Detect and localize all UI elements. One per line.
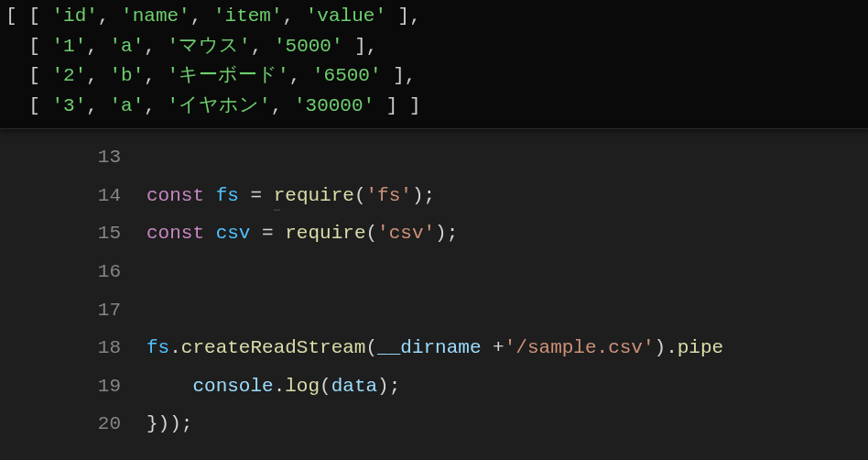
- code-line[interactable]: 15const csv = require('csv');: [0, 214, 868, 253]
- line-number: 13: [0, 138, 146, 177]
- line-number: 19: [0, 367, 146, 406]
- code-line[interactable]: 20}));: [0, 405, 868, 444]
- code-editor[interactable]: 1314const fs = require('fs');15const csv…: [0, 129, 868, 444]
- terminal-line: [ '2', 'b', 'キーボード', '6500' ],: [5, 61, 863, 92]
- code-content[interactable]: const csv = require('csv');: [146, 214, 868, 253]
- terminal-line: [ '3', 'a', 'イヤホン', '30000' ] ]: [5, 92, 863, 122]
- code-line[interactable]: 17: [0, 291, 868, 330]
- terminal-line: [ [ 'id', 'name', 'item', 'value' ],: [5, 2, 863, 32]
- code-line[interactable]: 14const fs = require('fs');: [0, 177, 868, 215]
- code-line[interactable]: 13: [0, 138, 868, 177]
- terminal-line: [ '1', 'a', 'マウス', '5000' ],: [5, 32, 863, 62]
- code-content[interactable]: }));: [146, 405, 868, 444]
- line-number: 17: [0, 291, 146, 330]
- code-line[interactable]: 16: [0, 253, 868, 291]
- line-number: 18: [0, 329, 146, 367]
- code-content[interactable]: [146, 253, 868, 291]
- code-content[interactable]: [146, 291, 868, 330]
- code-content[interactable]: fs.createReadStream(__dirname +'/sample.…: [146, 329, 868, 367]
- code-line[interactable]: 19 console.log(data);: [0, 367, 868, 406]
- line-number: 20: [0, 405, 146, 444]
- code-content[interactable]: console.log(data);: [146, 367, 868, 406]
- line-number: 15: [0, 214, 146, 253]
- code-content[interactable]: const fs = require('fs');: [146, 177, 868, 215]
- code-content[interactable]: [146, 138, 868, 177]
- line-number: 14: [0, 177, 146, 215]
- code-line[interactable]: 18fs.createReadStream(__dirname +'/sampl…: [0, 329, 868, 367]
- terminal-output-panel: [ [ 'id', 'name', 'item', 'value' ], [ '…: [0, 0, 868, 129]
- line-number: 16: [0, 253, 146, 291]
